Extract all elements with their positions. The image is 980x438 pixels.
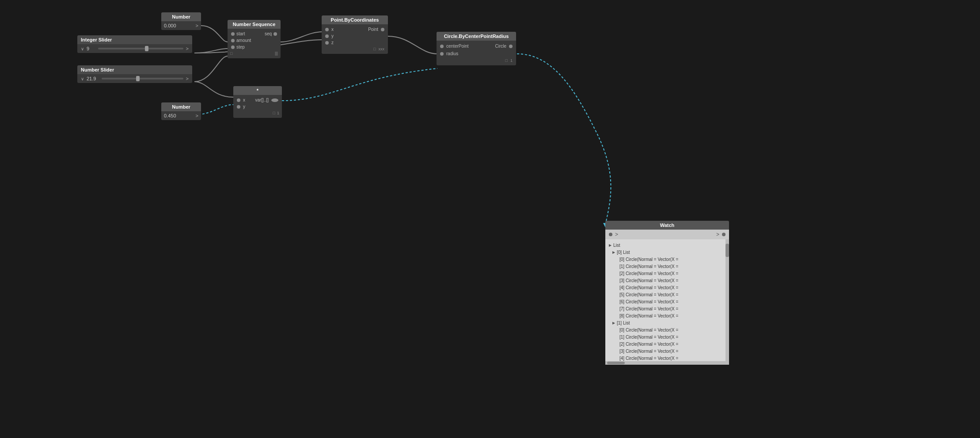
watch-list-0-triangle: ▶ [612, 250, 615, 256]
number-node-1-value[interactable]: 0.000 [164, 23, 196, 28]
seq-start-label: start [236, 31, 265, 36]
point-by-coordinates-node: Point.ByCoordinates x Point y z □ xxx [322, 15, 388, 54]
watch-output-port [722, 233, 726, 236]
point-footer: □ xxx [322, 46, 388, 52]
multiply-node: * x var[]..[] y □ 1 [233, 86, 282, 118]
point-y-port [325, 34, 329, 38]
number-sequence-header: Number Sequence [228, 20, 281, 29]
circle-centerpoint-row: centerPoint Circle [437, 42, 516, 50]
seq-output-label: seq [265, 31, 272, 36]
seq-amount-label: amount [236, 38, 277, 43]
circle-output-port [509, 45, 513, 48]
point-x-port [325, 28, 329, 31]
watch-list-0-children: [0] Circle(Normal = Vector(X = [1] Circl… [612, 256, 726, 320]
number-node-2-value[interactable]: 0.450 [164, 113, 196, 118]
watch-item-0-3: [3] Circle(Normal = Vector(X = [619, 277, 726, 284]
watch-item-0-6: [6] Circle(Normal = Vector(X = [619, 298, 726, 306]
number-sequence-node: Number Sequence start seq amount step □ … [228, 20, 281, 58]
watch-item-0-4: [4] Circle(Normal = Vector(X = [619, 284, 726, 291]
watch-content: ▶ List ▶ [0] List [0] Circle(Normal = Ve… [605, 239, 729, 365]
point-footer-text: xxx [379, 47, 385, 51]
watch-list-1-label: [1] List [617, 320, 630, 327]
watch-node: Watch > > ▶ List ▶ [0] List [0] Circle(N… [605, 221, 729, 365]
circle-output-label: Circle [495, 44, 506, 49]
watch-item-0-8: [8] Circle(Normal = Vector(X = [619, 313, 726, 320]
integer-slider-port: > [186, 46, 189, 51]
circle-centerpoint-port [440, 45, 444, 48]
watch-list-0-header: ▶ [0] List [612, 249, 726, 256]
point-x-row: x Point [322, 26, 388, 33]
mult-x-row: x var[]..[] [233, 97, 282, 103]
seq-start-row: start seq [228, 30, 281, 37]
watch-hscroll-thumb[interactable] [607, 362, 625, 364]
number-node-1-port: > [196, 23, 198, 28]
seq-step-port [231, 45, 235, 49]
seq-step-label: step [236, 45, 277, 49]
watch-tree-root: ▶ List [609, 242, 726, 249]
watch-item-1-1: [1] Circle(Normal = Vector(X = [619, 334, 726, 341]
watch-item-0-2: [2] Circle(Normal = Vector(X = [619, 270, 726, 277]
watch-item-0-5: [5] Circle(Normal = Vector(X = [619, 291, 726, 298]
watch-input-row: > > [605, 230, 729, 239]
mult-output-port [271, 98, 278, 102]
circle-footer-num: 1 [510, 58, 513, 63]
seq-footer-lines: ||| [275, 51, 278, 56]
watch-input-port [609, 233, 612, 236]
mult-footer-num: 1 [277, 111, 279, 115]
integer-slider-header: Integer Slider [77, 35, 192, 44]
point-x-label: x [331, 27, 368, 32]
circle-header: Circle.ByCenterPointRadius [437, 32, 516, 41]
seq-footer: □ ||| [228, 50, 281, 57]
watch-input-arrow: > [615, 231, 618, 238]
seq-step-row: step [228, 44, 281, 50]
watch-horizontal-scrollbar[interactable] [605, 361, 729, 365]
mult-y-row: y [233, 103, 282, 110]
mult-footer: □ 1 [233, 110, 282, 116]
integer-slider-track[interactable] [98, 48, 183, 49]
point-output-port [381, 28, 384, 31]
mult-x-label: x [243, 98, 255, 102]
number-slider-track[interactable] [102, 78, 183, 79]
number-node-2-header: Number [161, 102, 201, 111]
number-slider-value[interactable]: 21.9 [87, 76, 99, 81]
number-slider-header: Number Slider [77, 65, 192, 74]
watch-root-triangle: ▶ [609, 243, 612, 249]
integer-slider-thumb[interactable] [145, 46, 148, 51]
integer-slider-value[interactable]: 9 [87, 46, 95, 51]
point-z-label: z [331, 40, 384, 45]
mult-y-port [237, 105, 240, 109]
watch-list-1-triangle: ▶ [612, 321, 615, 326]
watch-item-0-0: [0] Circle(Normal = Vector(X = [619, 256, 726, 263]
mult-y-label: y [243, 104, 278, 109]
seq-amount-row: amount [228, 37, 281, 44]
integer-slider-chevron: ∨ [81, 46, 84, 51]
watch-scrollthumb[interactable] [726, 244, 729, 257]
point-z-row: z [322, 39, 388, 46]
watch-item-1-0: [0] Circle(Normal = Vector(X = [619, 327, 726, 334]
watch-list-1-header: ▶ [1] List [612, 320, 726, 327]
circle-radius-row: radius [437, 50, 516, 57]
point-output-label: Point [368, 27, 378, 32]
watch-list-1-children: [0] Circle(Normal = Vector(X = [1] Circl… [612, 327, 726, 362]
number-slider-thumb[interactable] [136, 76, 140, 81]
watch-item-0-7: [7] Circle(Normal = Vector(X = [619, 306, 726, 313]
number-slider-node: Number Slider ∨ 21.9 > [77, 65, 192, 83]
watch-header: Watch [605, 221, 729, 230]
mult-footer-icon: □ [273, 111, 275, 115]
seq-start-port [231, 32, 235, 36]
number-slider-chevron: ∨ [81, 76, 84, 81]
mult-output-label: var[]..[] [255, 98, 269, 102]
circle-centerpoint-label: centerPoint [446, 44, 495, 49]
watch-list-0: ▶ [0] List [0] Circle(Normal = Vector(X … [609, 249, 726, 320]
circle-footer: □ 1 [437, 57, 516, 64]
watch-list-1: ▶ [1] List [0] Circle(Normal = Vector(X … [609, 320, 726, 362]
seq-amount-port [231, 39, 235, 42]
seq-output-port [273, 32, 277, 36]
circle-by-center-radius-node: Circle.ByCenterPointRadius centerPoint C… [437, 32, 516, 65]
watch-item-0-1: [1] Circle(Normal = Vector(X = [619, 263, 726, 270]
number-node-2-port: > [196, 113, 198, 118]
number-node-2: Number 0.450 > [161, 102, 201, 120]
number-node-1-header: Number [161, 12, 201, 21]
watch-scrollbar[interactable] [726, 239, 729, 365]
mult-x-port [237, 98, 240, 102]
